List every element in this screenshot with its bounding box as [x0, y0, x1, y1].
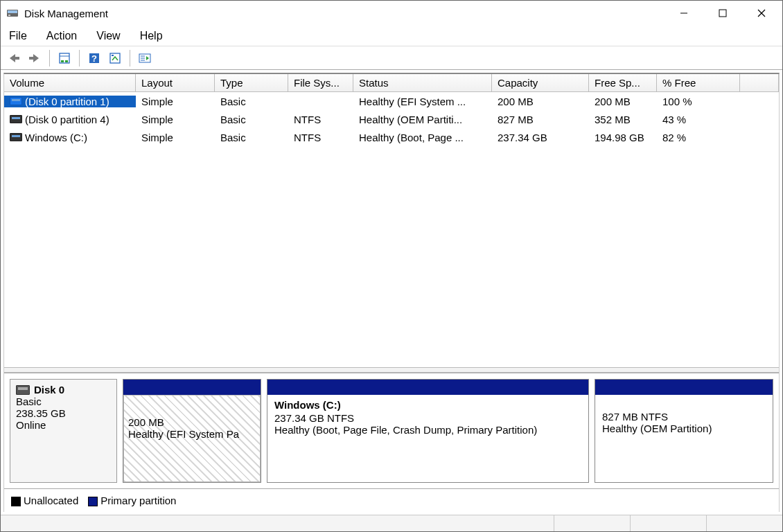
status-segment: [1, 515, 554, 531]
partition-status: Healthy (EFI System Pa: [128, 428, 256, 440]
disk-name: Disk 0: [34, 384, 64, 396]
volume-list: (Disk 0 partition 1) Simple Basic Health…: [4, 92, 779, 146]
svg-rect-11: [61, 60, 64, 62]
legend-primary: Primary partition: [88, 495, 176, 506]
window-title: Disk Management: [24, 8, 108, 19]
minimize-button[interactable]: [665, 1, 703, 26]
col-type[interactable]: Type: [215, 74, 288, 91]
col-volume[interactable]: Volume: [4, 74, 136, 91]
partition-status: Healthy (OEM Partition): [602, 423, 766, 434]
volume-row[interactable]: (Disk 0 partition 4) Simple Basic NTFS H…: [4, 110, 779, 128]
volume-name: Windows (C:): [25, 132, 87, 143]
menu-action[interactable]: Action: [44, 28, 80, 44]
content-area: Volume Layout Type File Sys... Status Ca…: [3, 73, 780, 512]
partition-strip: 200 MB Healthy (EFI System Pa Windows (C…: [123, 379, 773, 483]
partition-windows[interactable]: Windows (C:) 237.34 GB NTFS Healthy (Boo…: [267, 379, 589, 483]
disk-row: Disk 0 Basic 238.35 GB Online 200 MB Hea…: [10, 379, 773, 483]
disk-type: Basic: [16, 396, 111, 407]
close-button[interactable]: [742, 1, 781, 26]
partition-status: Healthy (Boot, Page File, Crash Dump, Pr…: [274, 424, 581, 436]
app-icon: [6, 7, 19, 19]
partition-color-bar: [267, 380, 588, 395]
volume-icon: [10, 97, 22, 105]
swatch-primary: [88, 497, 98, 506]
col-free[interactable]: Free Sp...: [589, 74, 657, 91]
maximize-button[interactable]: [703, 1, 742, 26]
volume-name: (Disk 0 partition 4): [25, 114, 109, 125]
col-pctfree[interactable]: % Free: [657, 74, 740, 91]
swatch-unallocated: [11, 497, 21, 506]
col-filesystem[interactable]: File Sys...: [288, 74, 353, 91]
partition-oem[interactable]: 827 MB NTFS Healthy (OEM Partition): [595, 379, 773, 483]
partition-size: 827 MB NTFS: [602, 411, 766, 423]
col-capacity[interactable]: Capacity: [492, 74, 589, 91]
partition-color-bar: [595, 380, 773, 395]
splitter[interactable]: [4, 367, 779, 373]
status-segment: [554, 515, 630, 531]
svg-rect-16: [112, 55, 114, 56]
svg-text:?: ?: [91, 53, 97, 64]
svg-rect-2: [8, 15, 10, 16]
col-spacer: [740, 74, 779, 91]
forward-button[interactable]: [26, 49, 44, 67]
help-icon[interactable]: ?: [85, 49, 103, 67]
volume-icon: [10, 133, 22, 141]
svg-rect-1: [8, 10, 17, 13]
status-segment: [706, 515, 782, 531]
title-bar: Disk Management: [1, 1, 782, 26]
partition-name: Windows (C:): [274, 399, 581, 411]
toolbar: ?: [1, 46, 782, 70]
status-bar: [1, 515, 782, 531]
volume-row[interactable]: (Disk 0 partition 1) Simple Basic Health…: [4, 92, 779, 110]
disk-icon: [16, 385, 30, 395]
volume-list-empty-area[interactable]: [4, 146, 779, 367]
window-controls: [665, 1, 781, 26]
refresh-icon[interactable]: [106, 49, 124, 67]
disk-info-box[interactable]: Disk 0 Basic 238.35 GB Online: [10, 379, 117, 483]
legend-unallocated: Unallocated: [11, 495, 78, 506]
volume-icon: [10, 115, 22, 123]
disk-size: 238.35 GB: [16, 407, 111, 419]
partition-size: 237.34 GB NTFS: [274, 412, 581, 424]
menu-bar: File Action View Help: [1, 26, 782, 46]
legend: Unallocated Primary partition: [4, 488, 779, 512]
volume-row[interactable]: Windows (C:) Simple Basic NTFS Healthy (…: [4, 128, 779, 146]
back-button[interactable]: [5, 49, 23, 67]
svg-rect-7: [15, 57, 19, 60]
partition-size: 200 MB: [128, 416, 256, 428]
disk-state: Online: [16, 419, 111, 431]
svg-rect-4: [719, 10, 726, 17]
list-icon[interactable]: [136, 49, 154, 67]
partition-color-bar: [123, 380, 261, 395]
status-segment: [630, 515, 706, 531]
properties-icon[interactable]: [55, 49, 73, 67]
menu-view[interactable]: View: [94, 28, 123, 44]
volume-table-header: Volume Layout Type File Sys... Status Ca…: [4, 74, 779, 92]
col-layout[interactable]: Layout: [136, 74, 215, 91]
svg-rect-12: [65, 60, 68, 62]
volume-name: (Disk 0 partition 1): [25, 96, 109, 107]
col-status[interactable]: Status: [353, 74, 492, 91]
menu-file[interactable]: File: [6, 28, 30, 44]
partition-efi[interactable]: 200 MB Healthy (EFI System Pa: [123, 379, 261, 483]
disk-graphical-pane: Disk 0 Basic 238.35 GB Online 200 MB Hea…: [4, 373, 779, 488]
menu-help[interactable]: Help: [137, 28, 166, 44]
svg-rect-8: [29, 57, 34, 60]
